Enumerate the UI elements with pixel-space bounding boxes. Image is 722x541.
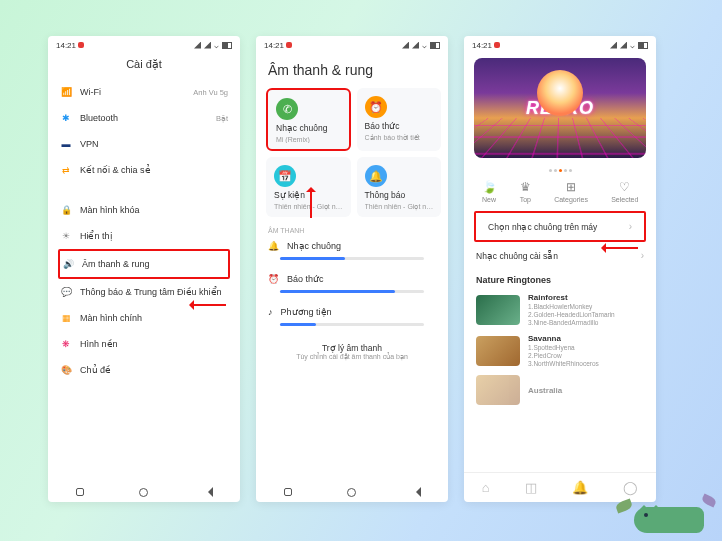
chevron-right-icon: ›: [629, 221, 632, 232]
flower-icon: ❋: [60, 338, 72, 350]
item-label: Bluetooth: [80, 113, 208, 123]
item-label: Màn hình khóa: [80, 205, 228, 215]
crown-icon: ♛: [520, 180, 531, 194]
option-choose-local-ringtone[interactable]: Chọn nhạc chuông trên máy ›: [474, 211, 646, 242]
tab-categories[interactable]: ⊞ Categories: [554, 180, 588, 203]
section-header: Nature Ringtones: [464, 269, 656, 289]
signal-icon: [620, 42, 627, 49]
settings-item-sound-vibration[interactable]: 🔊 Âm thanh & rung: [58, 249, 230, 279]
annotation-arrow: [190, 304, 226, 306]
item-label: Chủ đề: [80, 365, 228, 375]
nav-home-icon[interactable]: ⌂: [482, 480, 490, 495]
sound-assistant-link[interactable]: Trợ lý âm thanh Tùy chỉnh cài đặt âm tha…: [256, 335, 448, 365]
wifi-icon: 📶: [60, 86, 72, 98]
bell-icon: 🔔: [268, 241, 279, 251]
wifi-icon: ⌵: [422, 41, 427, 50]
ringtone-row[interactable]: Savanna 1.SpottedHyena 2.PiedCrow 3.Nort…: [464, 330, 656, 371]
item-label: Hiển thị: [80, 231, 228, 241]
phone-icon: ✆: [276, 98, 298, 120]
page-title: Cài đặt: [48, 54, 240, 79]
tab-selected[interactable]: ♡ Selected: [611, 180, 638, 203]
ringtone-thumb: [476, 375, 520, 405]
bluetooth-icon: ✱: [60, 112, 72, 124]
settings-item-theme[interactable]: 🎨 Chủ đề: [58, 357, 230, 383]
category-tabs: 🍃 New ♛ Top ⊞ Categories ♡ Selected: [464, 174, 656, 211]
settings-item-lockscreen[interactable]: 🔒 Màn hình khóa: [58, 197, 230, 223]
settings-item-bluetooth[interactable]: ✱ Bluetooth Bật: [58, 105, 230, 131]
ringtone-thumb: [476, 295, 520, 325]
chevron-right-icon: ›: [641, 250, 644, 261]
alarm-icon: ⏰: [268, 274, 279, 284]
signal-icon: [204, 42, 211, 49]
nav-home-button[interactable]: [139, 488, 148, 497]
bell-icon: 🔔: [365, 165, 387, 187]
item-label: VPN: [80, 139, 228, 149]
nav-profile-icon[interactable]: ◯: [623, 480, 638, 495]
notif-dot-icon: [78, 42, 84, 48]
ringtone-row[interactable]: Rainforest 1.BlackHowlerMonkey 2.Golden-…: [464, 289, 656, 330]
nav-bar: [256, 482, 448, 502]
settings-item-notifications[interactable]: 💬 Thông báo & Trung tâm Điều khiển: [58, 279, 230, 305]
item-value: Bật: [216, 114, 228, 123]
promo-banner[interactable]: RETRO: [474, 58, 646, 158]
card-title: Thông báo: [365, 190, 434, 200]
signal-icon: [610, 42, 617, 49]
slider-media[interactable]: ♪ Phương tiện: [256, 302, 448, 335]
annotation-arrow: [310, 188, 312, 218]
card-subtitle: Cảnh báo thời tiết: [365, 134, 434, 142]
nav-home-button[interactable]: [347, 488, 356, 497]
share-icon: ⇄: [60, 164, 72, 176]
item-label: Wi-Fi: [80, 87, 185, 97]
settings-item-vpn[interactable]: ▬ VPN: [58, 131, 230, 157]
music-icon: ♪: [268, 307, 273, 317]
nav-browse-icon[interactable]: ◫: [525, 480, 537, 495]
item-label: Màn hình chính: [80, 313, 228, 323]
settings-item-display[interactable]: ☀ Hiển thị: [58, 223, 230, 249]
nav-back-button[interactable]: [203, 487, 213, 497]
item-value: Anh Vu 5g: [193, 88, 228, 97]
battery-icon: [222, 42, 232, 49]
calendar-icon: 📅: [274, 165, 296, 187]
lock-icon: 🔒: [60, 204, 72, 216]
vpn-icon: ▬: [60, 138, 72, 150]
screen-ringtone-store: 14:21 ⌵ RETRO 🍃 New ♛ Top: [464, 36, 656, 502]
tab-new[interactable]: 🍃 New: [482, 180, 497, 203]
signal-icon: [194, 42, 201, 49]
status-bar: 14:21 ⌵: [256, 36, 448, 54]
item-label: Hình nền: [80, 339, 228, 349]
slider-alarm[interactable]: ⏰ Báo thức: [256, 269, 448, 302]
card-subtitle: Thiên nhiên - Giọt n…: [274, 203, 343, 211]
slider-label: Báo thức: [287, 274, 324, 284]
nav-recents-button[interactable]: [76, 488, 84, 496]
settings-item-wifi[interactable]: 📶 Wi-Fi Anh Vu 5g: [58, 79, 230, 105]
card-ringtone[interactable]: ✆ Nhạc chuông Mi (Remix): [266, 88, 351, 151]
card-title: Nhạc chuông: [276, 123, 341, 133]
screen-sound-vibration: 14:21 ⌵ Âm thanh & rung ✆ Nhạc chuông Mi…: [256, 36, 448, 502]
nav-recents-button[interactable]: [284, 488, 292, 496]
ringtone-row[interactable]: Australia: [464, 371, 656, 409]
signal-icon: [412, 42, 419, 49]
nav-ringtone-icon[interactable]: 🔔: [572, 480, 588, 495]
slider-ringtone[interactable]: 🔔 Nhạc chuông: [256, 236, 448, 269]
annotation-arrow: [602, 247, 638, 249]
battery-icon: [430, 42, 440, 49]
nav-back-button[interactable]: [411, 487, 421, 497]
alarm-icon: ⏰: [365, 96, 387, 118]
card-notification[interactable]: 🔔 Thông báo Thiên nhiên - Giọt n…: [357, 157, 442, 217]
settings-item-wallpaper[interactable]: ❋ Hình nền: [58, 331, 230, 357]
notif-dot-icon: [286, 42, 292, 48]
item-label: Thông báo & Trung tâm Điều khiển: [80, 287, 228, 298]
tab-top[interactable]: ♛ Top: [520, 180, 531, 203]
notif-dot-icon: [494, 42, 500, 48]
palette-icon: 🎨: [60, 364, 72, 376]
slider-label: Nhạc chuông: [287, 241, 341, 251]
settings-item-connect-share[interactable]: ⇄ Kết nối & chia sẻ: [58, 157, 230, 183]
ringtone-name: Rainforest: [528, 293, 615, 302]
settings-item-homescreen[interactable]: ▦ Màn hình chính: [58, 305, 230, 331]
nav-bar: [48, 482, 240, 502]
card-alarm[interactable]: ⏰ Báo thức Cảnh báo thời tiết: [357, 88, 442, 151]
status-bar: 14:21 ⌵: [48, 36, 240, 54]
grid-icon: ⊞: [566, 180, 576, 194]
section-header: Âm thanh: [256, 217, 448, 236]
decoration-crocodile-icon: [634, 507, 704, 533]
